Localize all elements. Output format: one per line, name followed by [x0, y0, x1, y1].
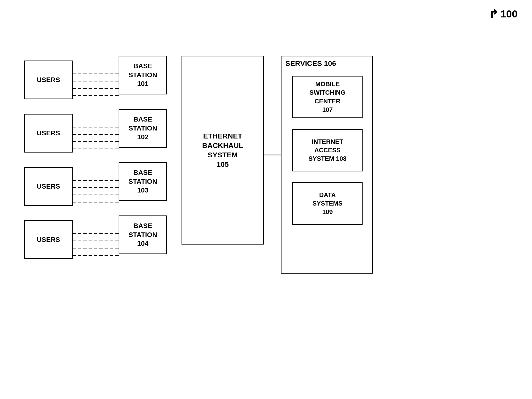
internet-access-system-box: INTERNETACCESSSYSTEM 108 [292, 129, 363, 171]
base-station-4: BASESTATION104 [119, 215, 167, 254]
users-box-3: USERS [24, 167, 73, 206]
diagram-container: USERS USERS USERS USERS BASESTATION101 B… [24, 48, 508, 375]
users-box-2: USERS [24, 114, 73, 153]
mobile-switching-center-box: MOBILESWITCHINGCENTER107 [292, 76, 363, 118]
users-box-1: USERS [24, 61, 73, 99]
fig-arrow-icon: ↰ [489, 7, 499, 21]
base-station-3: BASESTATION103 [119, 162, 167, 201]
base-station-2: BASESTATION102 [119, 109, 167, 148]
ethernet-backhaul-box: ETHERNET BACKHAULSYSTEM105 [182, 56, 264, 245]
data-systems-box: DATASYSTEMS109 [292, 182, 363, 225]
fig-number: 100 [501, 8, 517, 20]
services-label: SERVICES 106 [285, 59, 336, 68]
base-station-1: BASESTATION101 [119, 56, 167, 94]
users-box-4: USERS [24, 220, 73, 259]
services-outer-box: SERVICES 106 MOBILESWITCHINGCENTER107 IN… [281, 56, 373, 274]
figure-reference: ↰ 100 [489, 7, 517, 21]
connector-lines [24, 48, 508, 375]
